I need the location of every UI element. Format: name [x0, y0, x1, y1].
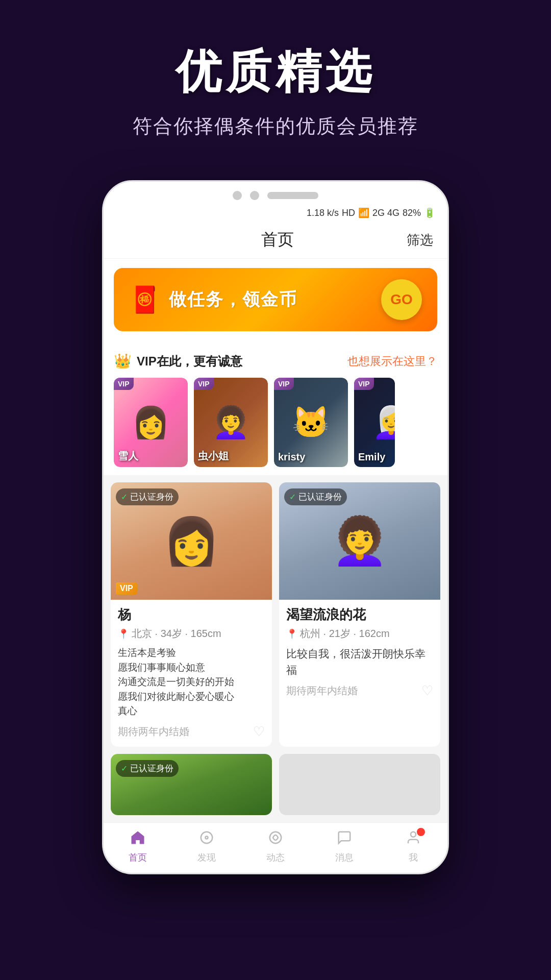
nav-label-discover: 发现 [197, 851, 216, 864]
verified-badge-1: ✓ 已认证身份 [116, 488, 179, 505]
vip-title: 👑 VIP在此，更有诚意 [114, 353, 242, 370]
vip-card-2[interactable]: 👩‍🦱 VIP 虫小姐 [194, 378, 268, 467]
nav-label-messages: 消息 [335, 851, 354, 864]
location-icon-1: 📍 [118, 628, 129, 640]
verified-text-1: 已认证身份 [130, 491, 173, 503]
user-card-1[interactable]: 👩 ✓ 已认证身份 VIP 杨 📍 北京 · 34岁 · 165cm 生活本是考… [111, 482, 272, 747]
vip-showcase-link[interactable]: 也想展示在这里？ [347, 354, 437, 369]
nav-item-home[interactable]: 首页 [117, 830, 158, 864]
vip-card-name-2: 虫小姐 [198, 449, 229, 463]
vip-card-name-3: kristy [278, 451, 305, 463]
banner-text: 做任务，领金币 [169, 288, 297, 311]
vip-card-1[interactable]: 👩 VIP 雪人 [114, 378, 188, 467]
user-cards-grid: 👩 ✓ 已认证身份 VIP 杨 📍 北京 · 34岁 · 165cm 生活本是考… [104, 475, 447, 747]
profile-badge [406, 830, 421, 849]
user-vip-badge-1: VIP [116, 582, 137, 595]
svg-point-2 [270, 831, 282, 843]
nav-item-profile[interactable]: 我 [393, 830, 434, 864]
vip-section: 👑 VIP在此，更有诚意 也想展示在这里？ 👩 VIP 雪人 [104, 344, 447, 475]
svg-point-3 [411, 831, 416, 837]
vip-cards-list: 👩 VIP 雪人 👩‍🦱 VIP 虫小姐 [114, 378, 437, 467]
nav-label-home: 首页 [129, 851, 147, 864]
hero-subtitle: 符合你择偶条件的优质会员推荐 [20, 113, 531, 139]
activity-icon [268, 830, 283, 849]
notch-dot-2 [250, 191, 259, 200]
user-card-photo-2: 👩‍🦱 ✓ 已认证身份 [279, 482, 440, 600]
location-text-1: 北京 · 34岁 · 165cm [132, 627, 221, 641]
location-icon-2: 📍 [286, 628, 297, 640]
user-name-1: 杨 [118, 606, 265, 624]
home-icon [130, 830, 145, 849]
verified-badge-3: ✓ 已认证身份 [116, 760, 179, 777]
messages-icon [337, 830, 352, 849]
user-bio-1: 生活本是考验 愿我们事事顺心如意 沟通交流是一切美好的开始 愿我们对彼此耐心爱心… [118, 646, 265, 719]
check-icon-1: ✓ [121, 492, 128, 502]
svg-point-0 [201, 831, 213, 843]
verified-text-2: 已认证身份 [298, 491, 342, 503]
phone-notch [104, 182, 447, 205]
hero-section: 优质精选 符合你择偶条件的优质会员推荐 [0, 0, 551, 170]
header-title: 首页 [148, 229, 407, 251]
check-icon-2: ✓ [289, 492, 296, 502]
status-wifi-icon: 📶 [358, 207, 369, 218]
user-intent-2: 期待两年内结婚 ♡ [286, 683, 433, 699]
placeholder-card [279, 754, 440, 815]
user-card-photo-1: 👩 ✓ 已认证身份 VIP [111, 482, 272, 600]
notification-badge-dot [417, 828, 425, 836]
partial-photo-3: ✓ 已认证身份 [111, 754, 272, 815]
notch-dot-1 [233, 191, 242, 200]
banner-go-button[interactable]: GO [381, 279, 422, 320]
check-icon-3: ✓ [121, 764, 128, 773]
status-icons: 1.18 k/s HD 📶 2G 4G 82% 🔋 [307, 207, 435, 218]
user-card-2[interactable]: 👩‍🦱 ✓ 已认证身份 渴望流浪的花 📍 杭州 · 21岁 · 162cm 比较… [279, 482, 440, 747]
nav-item-activity[interactable]: 动态 [255, 830, 296, 864]
hero-title: 优质精选 [20, 41, 531, 103]
intent-text-1: 期待两年内结婚 [118, 725, 189, 739]
intent-text-2: 期待两年内结婚 [286, 684, 358, 698]
vip-badge-4: VIP [354, 378, 374, 390]
status-battery: 82% [403, 208, 421, 218]
banner-left: 🧧 做任务，领金币 [129, 285, 297, 314]
task-banner[interactable]: 🧧 做任务，领金币 GO [114, 268, 437, 331]
nav-item-messages[interactable]: 消息 [324, 830, 365, 864]
vip-card-name-1: 雪人 [118, 449, 138, 463]
heart-icon-2[interactable]: ♡ [421, 683, 433, 699]
banner-character-icon: 🧧 [129, 285, 161, 314]
user-name-2: 渴望流浪的花 [286, 606, 433, 624]
status-speed: 1.18 k/s [307, 208, 339, 218]
vip-title-text: VIP在此，更有诚意 [137, 353, 242, 370]
user-card-info-2: 渴望流浪的花 📍 杭州 · 21岁 · 162cm 比较自我，很活泼开朗快乐幸福… [279, 600, 440, 706]
vip-card-3[interactable]: 🐱 VIP kristy [274, 378, 348, 467]
vip-badge-1: VIP [114, 378, 134, 390]
vip-card-name-4: Emily [358, 451, 385, 463]
verified-text-3: 已认证身份 [130, 763, 173, 774]
filter-button[interactable]: 筛选 [407, 231, 433, 249]
vip-card-4[interactable]: 👩‍🦳 VIP Emily [354, 378, 395, 467]
nav-label-profile: 我 [409, 851, 418, 864]
status-signal: 2G 4G [372, 208, 399, 218]
svg-point-1 [206, 836, 208, 839]
bottom-nav: 首页 发现 动态 消息 [104, 822, 447, 873]
verified-badge-2: ✓ 已认证身份 [284, 488, 347, 505]
vip-header: 👑 VIP在此，更有诚意 也想展示在这里？ [114, 353, 437, 370]
user-card-partial-3[interactable]: ✓ 已认证身份 [111, 754, 272, 815]
status-bar: 1.18 k/s HD 📶 2G 4G 82% 🔋 [104, 205, 447, 220]
user-bio-2: 比较自我，很活泼开朗快乐幸福 [286, 646, 433, 678]
user-location-2: 📍 杭州 · 21岁 · 162cm [286, 627, 433, 641]
heart-icon-1[interactable]: ♡ [253, 724, 265, 740]
vip-badge-3: VIP [274, 378, 294, 390]
notch-bar [267, 192, 318, 199]
nav-item-discover[interactable]: 发现 [186, 830, 227, 864]
app-header: 首页 筛选 [104, 220, 447, 259]
status-hd: HD [342, 208, 355, 218]
phone-frame: 1.18 k/s HD 📶 2G 4G 82% 🔋 首页 筛选 🧧 做任务，领金… [102, 180, 449, 874]
banner-section: 🧧 做任务，领金币 GO [104, 259, 447, 336]
location-text-2: 杭州 · 21岁 · 162cm [300, 627, 390, 641]
user-intent-1: 期待两年内结婚 ♡ [118, 724, 265, 740]
battery-icon: 🔋 [424, 207, 435, 218]
nav-label-activity: 动态 [266, 851, 285, 864]
crown-icon: 👑 [114, 353, 132, 370]
phone-wrapper: 1.18 k/s HD 📶 2G 4G 82% 🔋 首页 筛选 🧧 做任务，领金… [0, 170, 551, 874]
user-card-info-1: 杨 📍 北京 · 34岁 · 165cm 生活本是考验 愿我们事事顺心如意 沟通… [111, 600, 272, 747]
discover-icon [199, 830, 214, 849]
